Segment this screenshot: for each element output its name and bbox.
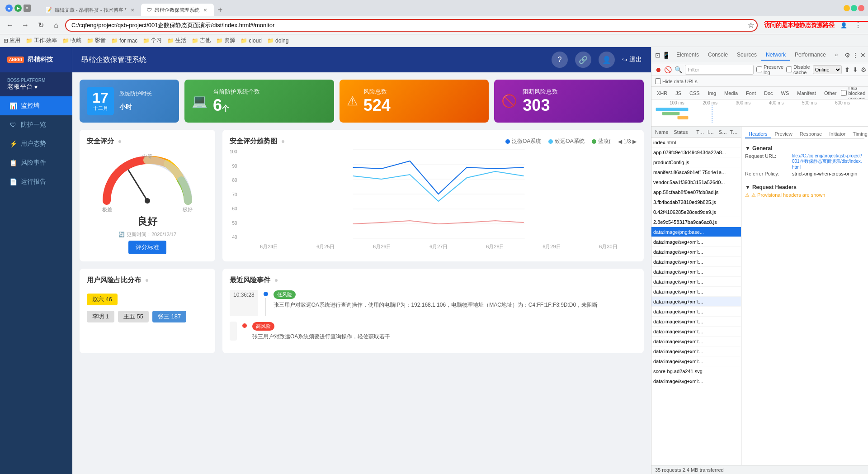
tab-app-close[interactable]: ✕	[202, 7, 208, 13]
file-row-svg11[interactable]: data:image/svg+xml:...	[651, 337, 741, 346]
devtools-settings-btn[interactable]: ⚙	[844, 50, 850, 61]
bookmark-cloud[interactable]: 📁 cloud	[241, 38, 262, 44]
bookmark-guitar[interactable]: 📁 吉他	[192, 37, 211, 44]
hide-data-urls-checkbox[interactable]: Hide data URLs	[655, 78, 698, 84]
sidebar-item-risk-event[interactable]: 📋 风险事件	[0, 153, 72, 172]
devtools-close-btn[interactable]: ✕	[860, 50, 866, 61]
bookmark-apps[interactable]: ⊞ 应用	[4, 37, 20, 44]
file-row-datapng[interactable]: data:image/png:base...	[651, 227, 741, 237]
star-icon[interactable]: ☆	[748, 21, 754, 29]
type-manifest[interactable]: Manifest	[793, 90, 820, 97]
file-row-042f[interactable]: 0.42f4106285e28ced9de9.js	[651, 207, 741, 217]
devtools-dock-btn[interactable]: ⋮	[852, 50, 859, 61]
devtools-inspect-btn[interactable]: ⊡	[655, 50, 660, 61]
file-row-svg1[interactable]: data:image/svg+xml:...	[651, 237, 741, 247]
detail-tab-initiator[interactable]: Initiator	[826, 130, 849, 138]
file-row-svg9[interactable]: data:image/svg+xml:...	[651, 317, 741, 327]
file-row-svg4[interactable]: data:image/svg+xml:...	[651, 267, 741, 277]
bookmark-mac[interactable]: 📁 for mac	[111, 38, 137, 44]
clear-btn[interactable]: 🚫	[664, 64, 672, 75]
import-btn[interactable]: ⬆	[844, 64, 850, 75]
file-row-score-bg[interactable]: score-bg.ad2a241.svg	[651, 366, 741, 376]
export-btn[interactable]: ⬇	[853, 64, 858, 75]
file-row-svg8[interactable]: data:image/svg+xml:...	[651, 307, 741, 317]
file-row-3fb[interactable]: 3.fb4bcdab72810ed9b825.js	[651, 197, 741, 207]
close-button[interactable]	[858, 5, 864, 11]
file-row-svg12[interactable]: data:image/svg+xml:...	[651, 346, 741, 356]
file-row-svg7[interactable]: data:image/svg+xml:...	[651, 297, 741, 307]
minimize-button[interactable]	[844, 5, 850, 11]
filter-input[interactable]	[685, 65, 754, 75]
file-row-svg3[interactable]: data:image/svg+xml:...	[651, 257, 741, 267]
bookmark-study[interactable]: 📁 学习	[143, 37, 162, 44]
bookmark-work[interactable]: 📁 工作.效率	[26, 37, 57, 44]
type-ws[interactable]: WS	[778, 90, 793, 97]
bookmark-doing[interactable]: 📁 doing	[267, 38, 288, 44]
tab-blog-close[interactable]: ✕	[129, 7, 136, 13]
throttle-select[interactable]: Online Slow 3G Fast 3G	[813, 65, 842, 74]
type-js[interactable]: JS	[672, 90, 685, 97]
link-icon-btn[interactable]: 🔗	[575, 52, 591, 68]
sidebar-item-user-trend[interactable]: ⚡ 用户态势	[0, 134, 72, 153]
detail-tab-headers[interactable]: Headers	[745, 130, 771, 138]
file-row-svg14[interactable]: data:image/svg+xml:...	[651, 376, 741, 386]
devtools-device-btn[interactable]: 📱	[662, 50, 670, 61]
devtools-tab-performance[interactable]: Performance	[790, 50, 830, 61]
file-row-svg6[interactable]: data:image/svg+xml:...	[651, 287, 741, 297]
file-row-app58[interactable]: app.58cfaab8f0ee07fcb8ad.js	[651, 187, 741, 197]
browser-icon-3[interactable]: ≡	[24, 5, 31, 12]
type-font[interactable]: Font	[742, 90, 760, 97]
file-row-vendor[interactable]: vendor.5aa1f393b3151a526d0...	[651, 177, 741, 187]
sidebar-item-run-report[interactable]: 📄 运行报告	[0, 172, 72, 191]
refresh-button[interactable]: ↻	[34, 19, 47, 32]
browser-icon-2[interactable]: ▶	[14, 5, 22, 12]
settings-button[interactable]: ⋮	[852, 19, 864, 32]
bookmark-collection[interactable]: 📁 收藏	[62, 37, 81, 44]
help-icon-btn[interactable]: ?	[552, 52, 568, 68]
has-blocked-checkbox[interactable]: Has blocked cookies	[841, 87, 865, 100]
user-icon-btn[interactable]: 👤	[599, 52, 615, 68]
type-doc[interactable]: Doc	[760, 90, 777, 97]
sidebar-item-protection[interactable]: 🛡 防护一览	[0, 115, 72, 134]
chart-nav[interactable]: ◀ 1/3 ▶	[618, 138, 637, 145]
type-xhr[interactable]: XHR	[653, 90, 671, 97]
devtools-tab-more[interactable]: »	[830, 50, 843, 61]
profile-button[interactable]: 👤	[837, 19, 850, 32]
maximize-button[interactable]	[851, 5, 857, 11]
browser-icon-1[interactable]: ●	[5, 5, 13, 12]
file-row-svg5[interactable]: data:image/svg+xml:...	[651, 277, 741, 287]
tab-blog[interactable]: 📝 编辑文章 - 昂楷科技 - 技术博客 * ✕	[40, 4, 141, 16]
logout-button[interactable]: ↪ 退出	[622, 56, 642, 64]
type-other[interactable]: Other	[821, 90, 840, 97]
tab-app[interactable]: 🛡 昂楷企数保管理系统 ✕	[141, 4, 214, 16]
disable-cache-checkbox[interactable]: Disable cache	[786, 64, 810, 75]
new-tab-button[interactable]: +	[214, 4, 226, 16]
devtools-tab-network[interactable]: Network	[761, 50, 790, 61]
forward-button[interactable]: →	[19, 19, 32, 32]
file-row-28e9[interactable]: 2.8e9c5458317ba9ca6ac8.js	[651, 217, 741, 227]
record-btn[interactable]: ⏺	[655, 64, 661, 75]
type-img[interactable]: Img	[704, 90, 720, 97]
type-css[interactable]: CSS	[686, 90, 703, 97]
file-row-index[interactable]: index.html	[651, 137, 741, 147]
bookmark-life[interactable]: 📁 生活	[167, 37, 186, 44]
bookmark-resources[interactable]: 📁 资源	[216, 37, 235, 44]
detail-tab-preview[interactable]: Preview	[771, 130, 796, 138]
file-row-svg10[interactable]: data:image/svg+xml:...	[651, 327, 741, 337]
sidebar-item-monitor[interactable]: 📊 监控墙	[0, 96, 72, 115]
devtools-tab-console[interactable]: Console	[703, 50, 732, 61]
settings2-btn[interactable]: ⚙	[861, 64, 867, 75]
file-row-app[interactable]: app.079fc9e13d49c9434a22a8...	[651, 147, 741, 157]
file-row-manifest[interactable]: manifest.86aca9b1ef175d4e1a...	[651, 167, 741, 177]
search-btn[interactable]: 🔍	[675, 64, 682, 75]
bookmark-video[interactable]: 📁 影音	[87, 37, 106, 44]
detail-tab-timing[interactable]: Timing	[849, 130, 868, 138]
type-media[interactable]: Media	[721, 90, 741, 97]
detail-tab-response[interactable]: Response	[796, 130, 826, 138]
devtools-tab-elements[interactable]: Elements	[672, 50, 703, 61]
home-button[interactable]: ⌂	[50, 19, 62, 32]
devtools-tab-sources[interactable]: Sources	[732, 50, 761, 61]
address-bar[interactable]: C:/cqfeng/project/qsb-project/001企数保静态页面…	[65, 19, 758, 32]
file-row-productconfig[interactable]: productConfig.js	[651, 157, 741, 167]
score-standard-button[interactable]: 评分标准	[128, 241, 166, 254]
